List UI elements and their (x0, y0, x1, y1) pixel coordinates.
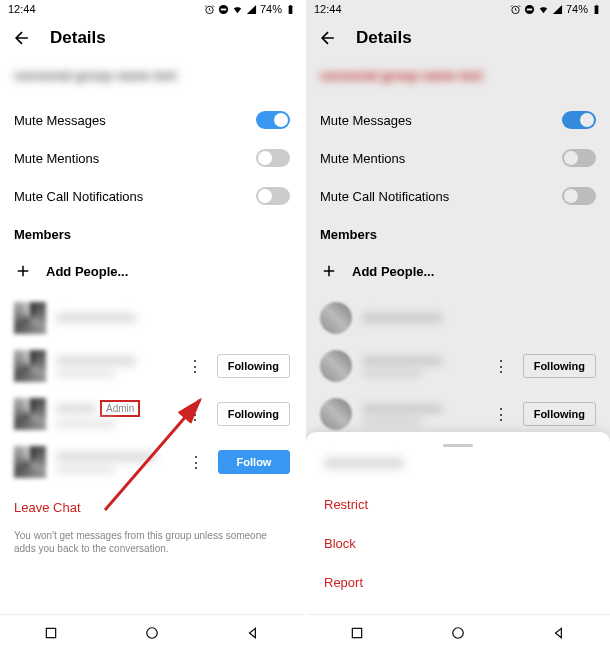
mute-mentions-toggle[interactable] (256, 149, 290, 167)
nav-back-icon[interactable] (552, 626, 566, 640)
signal-icon (552, 4, 563, 15)
left-screen: 12:44 74% Details censored group name te… (0, 0, 304, 650)
member-row[interactable]: ⋮ Following (306, 390, 610, 438)
svg-rect-6 (46, 628, 55, 637)
back-icon[interactable] (318, 28, 338, 48)
mute-calls-row: Mute Call Notifications (306, 177, 610, 215)
more-icon[interactable]: ⋮ (184, 449, 208, 476)
svg-rect-11 (595, 5, 599, 13)
mute-calls-label: Mute Call Notifications (14, 189, 143, 204)
right-screen: 12:44 74% Details censored group name te… (306, 0, 610, 650)
mute-calls-row: Mute Call Notifications (0, 177, 304, 215)
signal-icon (246, 4, 257, 15)
mute-mentions-toggle[interactable] (562, 149, 596, 167)
more-icon[interactable]: ⋮ (183, 401, 207, 428)
battery-text: 74% (260, 3, 282, 15)
group-name: censored group name text (0, 58, 304, 101)
wifi-icon (232, 4, 243, 15)
mute-mentions-row: Mute Mentions (0, 139, 304, 177)
member-info: Admin (56, 400, 173, 428)
member-row[interactable] (306, 294, 610, 342)
status-icons: 74% (204, 3, 296, 15)
following-button[interactable]: Following (217, 354, 290, 378)
member-row[interactable] (0, 294, 304, 342)
restrict-button[interactable]: Restrict (306, 485, 610, 524)
more-icon[interactable]: ⋮ (489, 353, 513, 380)
mute-messages-label: Mute Messages (320, 113, 412, 128)
mute-messages-toggle[interactable] (256, 111, 290, 129)
mute-messages-toggle[interactable] (562, 111, 596, 129)
member-info (362, 313, 596, 323)
action-sheet: Restrict Block Report (306, 432, 610, 614)
leave-chat-note: You won't get messages from this group u… (0, 529, 304, 569)
member-row[interactable]: ⋮ Follow (0, 438, 304, 486)
status-time: 12:44 (314, 3, 342, 15)
avatar (320, 398, 352, 430)
header: Details (0, 18, 304, 58)
report-button[interactable]: Report (306, 563, 610, 602)
status-icons: 74% (510, 3, 602, 15)
member-row[interactable]: Admin ⋮ Following (0, 390, 304, 438)
members-label: Members (306, 215, 610, 248)
following-button[interactable]: Following (523, 354, 596, 378)
svg-rect-12 (596, 4, 598, 5)
member-row[interactable]: ⋮ Following (306, 342, 610, 390)
more-icon[interactable]: ⋮ (489, 401, 513, 428)
alarm-icon (510, 4, 521, 15)
group-name: censored group name text (306, 58, 610, 101)
sheet-member-name (324, 457, 404, 469)
mute-mentions-row: Mute Mentions (306, 139, 610, 177)
member-row[interactable]: ⋮ Following (0, 342, 304, 390)
status-bar: 12:44 74% (306, 0, 610, 18)
svg-rect-3 (289, 5, 293, 13)
mute-calls-toggle[interactable] (256, 187, 290, 205)
dnd-icon (218, 4, 229, 15)
nav-home-icon[interactable] (451, 626, 465, 640)
battery-text: 74% (566, 3, 588, 15)
status-time: 12:44 (8, 3, 36, 15)
avatar (320, 350, 352, 382)
battery-icon (285, 4, 296, 15)
member-info (362, 356, 479, 377)
nav-back-icon[interactable] (246, 626, 260, 640)
battery-icon (591, 4, 602, 15)
avatar (14, 350, 46, 382)
mute-mentions-label: Mute Mentions (320, 151, 405, 166)
page-title: Details (356, 28, 412, 48)
back-icon[interactable] (12, 28, 32, 48)
sheet-handle[interactable] (443, 444, 473, 447)
wifi-icon (538, 4, 549, 15)
more-icon[interactable]: ⋮ (183, 353, 207, 380)
plus-icon (14, 262, 32, 280)
nav-bar (0, 614, 304, 650)
svg-point-14 (453, 627, 464, 638)
mute-messages-row: Mute Messages (306, 101, 610, 139)
avatar (14, 446, 46, 478)
leave-chat-button[interactable]: Leave Chat (0, 486, 304, 529)
following-button[interactable]: Following (217, 402, 290, 426)
nav-recent-icon[interactable] (350, 626, 364, 640)
nav-home-icon[interactable] (145, 626, 159, 640)
add-people-button[interactable]: Add People... (306, 248, 610, 294)
follow-button[interactable]: Follow (218, 450, 290, 474)
avatar (14, 302, 46, 334)
nav-recent-icon[interactable] (44, 626, 58, 640)
nav-bar (306, 614, 610, 650)
svg-rect-10 (527, 8, 533, 10)
members-label: Members (0, 215, 304, 248)
alarm-icon (204, 4, 215, 15)
status-bar: 12:44 74% (0, 0, 304, 18)
mute-mentions-label: Mute Mentions (14, 151, 99, 166)
member-info (362, 404, 479, 425)
plus-icon (320, 262, 338, 280)
block-button[interactable]: Block (306, 524, 610, 563)
mute-calls-toggle[interactable] (562, 187, 596, 205)
following-button[interactable]: Following (523, 402, 596, 426)
add-people-button[interactable]: Add People... (0, 248, 304, 294)
mute-calls-label: Mute Call Notifications (320, 189, 449, 204)
admin-badge: Admin (100, 400, 140, 417)
member-info (56, 452, 174, 473)
member-info (56, 356, 173, 377)
page-title: Details (50, 28, 106, 48)
svg-rect-4 (290, 4, 292, 5)
